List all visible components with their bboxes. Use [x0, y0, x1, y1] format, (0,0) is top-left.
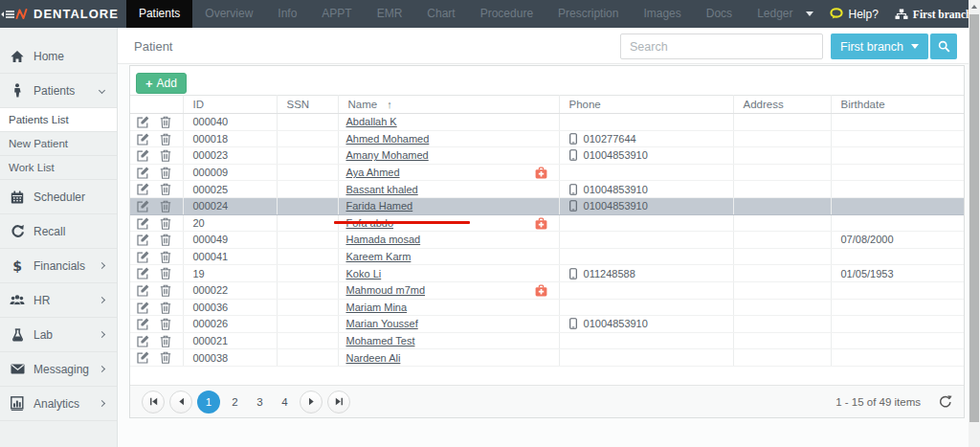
table-row[interactable]: 000023 Amany Mohamed 01004853910 — [130, 147, 964, 165]
first-page-button[interactable] — [142, 391, 165, 413]
edit-icon[interactable] — [137, 335, 149, 347]
edit-icon[interactable] — [137, 302, 149, 314]
search-button[interactable] — [930, 34, 957, 59]
refresh-button[interactable] — [938, 394, 952, 409]
edit-icon[interactable] — [137, 200, 149, 212]
nav-tab-docs[interactable]: Docs — [694, 0, 745, 28]
patient-name-link[interactable]: Hamada mosad — [346, 234, 421, 245]
delete-icon[interactable] — [160, 217, 171, 230]
nav-tab-chart[interactable]: Chart — [414, 0, 467, 28]
table-row[interactable]: 000038 Nardeen Ali — [130, 349, 964, 367]
delete-icon[interactable] — [160, 351, 171, 364]
sidebar-item-recall[interactable]: Recall — [0, 214, 117, 249]
table-row[interactable]: 000025 Bassant khaled 01004853910 — [130, 181, 964, 198]
scrollbar-up-icon[interactable] — [969, 0, 980, 13]
nav-tab-prescription[interactable]: Prescription — [546, 0, 631, 28]
table-row[interactable]: 000022 Mahmoud m7md — [130, 281, 964, 299]
scrollbar-thumb[interactable] — [969, 14, 979, 422]
delete-icon[interactable] — [160, 200, 171, 212]
nav-tab-emr[interactable]: EMR — [365, 0, 415, 28]
edit-icon[interactable] — [137, 133, 149, 145]
patient-name-link[interactable]: Bassant khaled — [346, 184, 418, 195]
col-address[interactable]: Address — [733, 96, 831, 114]
sidebar-item-home[interactable]: Home — [0, 39, 117, 74]
col-birthdate[interactable]: Birthdate — [831, 96, 964, 114]
sidebar-item-scheduler[interactable]: Scheduler — [0, 180, 117, 214]
col-name[interactable]: Name↑ — [338, 96, 559, 114]
last-page-button[interactable] — [327, 391, 350, 413]
patient-name-link[interactable]: Mahmoud m7md — [346, 284, 426, 296]
page-number-4[interactable]: 4 — [275, 391, 295, 413]
sidebar-item-messaging[interactable]: Messaging — [0, 352, 117, 387]
sidebar-item-hr[interactable]: HR — [0, 283, 117, 318]
col-phone[interactable]: Phone — [559, 96, 733, 114]
edit-icon[interactable] — [137, 234, 149, 246]
table-row[interactable]: 000040 Abdallah K — [130, 114, 964, 131]
sidebar-item-new-patient[interactable]: New Patient — [0, 132, 117, 156]
delete-icon[interactable] — [160, 284, 171, 297]
delete-icon[interactable] — [160, 251, 171, 263]
sidebar-item-work-list[interactable]: Work List — [0, 156, 117, 180]
sidebar-toggle-icon[interactable] — [0, 0, 15, 28]
sidebar-item-financials[interactable]: $ Financials — [0, 249, 117, 283]
delete-icon[interactable] — [160, 149, 171, 162]
page-number-1[interactable]: 1 — [197, 391, 220, 413]
search-input[interactable] — [620, 34, 823, 59]
edit-icon[interactable] — [137, 351, 149, 364]
delete-icon[interactable] — [160, 133, 171, 145]
nav-tab-patients[interactable]: Patients — [126, 0, 192, 28]
edit-icon[interactable] — [137, 318, 149, 330]
table-row[interactable]: 000024 Farida Hamed 01004853910 — [130, 197, 964, 214]
edit-icon[interactable] — [137, 284, 149, 297]
nav-tab-images[interactable]: Images — [631, 0, 693, 28]
patient-name-link[interactable]: Aya Ahmed — [346, 167, 400, 178]
edit-icon[interactable] — [137, 251, 149, 263]
add-patient-button[interactable]: + Add — [136, 73, 187, 94]
delete-icon[interactable] — [160, 116, 171, 128]
brand-logo[interactable]: DENTALORE — [15, 0, 119, 28]
table-row[interactable]: 19 Koko Li 011248588 01/05/1953 — [130, 265, 964, 282]
col-ssn[interactable]: SSN — [277, 96, 338, 114]
prev-page-button[interactable] — [169, 391, 192, 413]
patient-name-link[interactable]: Kareem Karm — [346, 251, 412, 262]
page-scrollbar[interactable] — [969, 0, 980, 447]
patient-name-link[interactable]: Mohamed Test — [346, 335, 415, 346]
branch-menu[interactable]: First branch — [895, 9, 972, 20]
nav-tab-info[interactable]: Info — [265, 0, 309, 28]
nav-tab-ledger[interactable]: Ledger — [745, 0, 805, 28]
sidebar-item-patients-list[interactable]: Patients List — [0, 108, 117, 132]
table-row[interactable]: 000009 Aya Ahmed — [130, 164, 964, 181]
nav-tab-procedure[interactable]: Procedure — [468, 0, 546, 28]
sidebar-item-analytics[interactable]: Analytics — [0, 387, 117, 421]
edit-icon[interactable] — [137, 149, 149, 162]
edit-icon[interactable] — [137, 183, 149, 195]
page-number-2[interactable]: 2 — [225, 391, 245, 413]
delete-icon[interactable] — [160, 302, 171, 314]
table-row[interactable]: 000041 Kareem Karm — [130, 248, 964, 265]
delete-icon[interactable] — [160, 335, 171, 347]
col-id[interactable]: ID — [183, 96, 277, 114]
help-menu[interactable]: Help? — [830, 8, 879, 21]
table-row[interactable]: 000021 Mohamed Test — [130, 332, 964, 349]
patient-name-link[interactable]: Koko Li — [346, 268, 382, 279]
sidebar-item-patients[interactable]: Patients — [0, 74, 117, 108]
nav-tab-overview[interactable]: Overview — [192, 0, 265, 28]
patient-name-link[interactable]: Marian Youssef — [346, 318, 418, 329]
nav-more-caret-icon[interactable] — [806, 11, 813, 16]
delete-icon[interactable] — [160, 234, 171, 246]
edit-icon[interactable] — [137, 116, 149, 128]
edit-icon[interactable] — [137, 167, 149, 179]
delete-icon[interactable] — [160, 167, 171, 179]
page-number-3[interactable]: 3 — [250, 391, 270, 413]
patient-name-link[interactable]: Ahmed Mohamed — [346, 133, 430, 145]
edit-icon[interactable] — [137, 217, 149, 230]
next-page-button[interactable] — [300, 391, 323, 413]
delete-icon[interactable] — [160, 267, 171, 279]
table-row[interactable]: 000026 Marian Youssef 01004853910 — [130, 316, 964, 333]
edit-icon[interactable] — [137, 267, 149, 279]
patient-name-link[interactable]: Amany Mohamed — [346, 149, 429, 161]
branch-filter-button[interactable]: First branch — [831, 34, 928, 59]
patient-name-link[interactable]: Mariam Mina — [346, 302, 408, 313]
sidebar-item-lab[interactable]: Lab — [0, 318, 117, 352]
table-row[interactable]: 000036 Mariam Mina — [130, 299, 964, 316]
